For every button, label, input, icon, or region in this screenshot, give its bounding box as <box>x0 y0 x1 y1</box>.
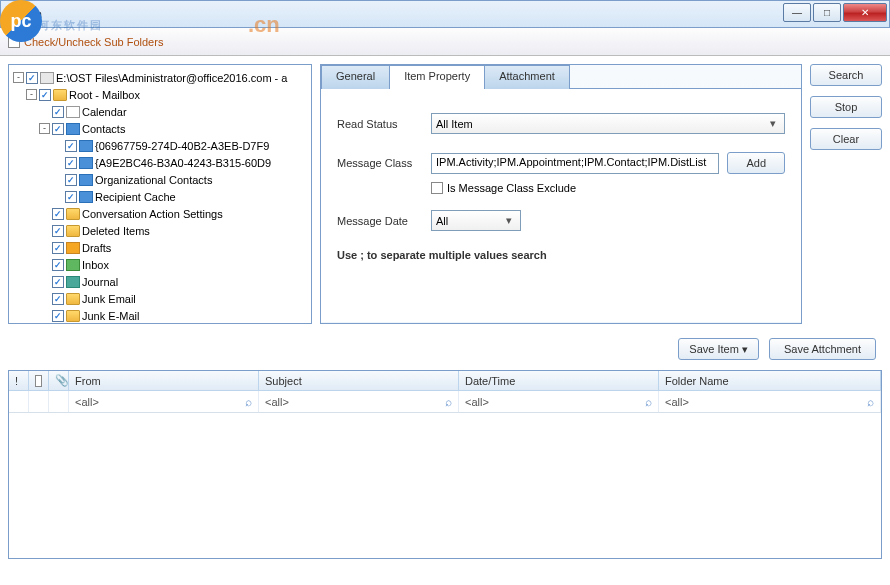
tree-label: Drafts <box>82 242 111 254</box>
tree-item[interactable]: ✓Calendar <box>13 103 307 120</box>
tree-checkbox[interactable]: ✓ <box>65 140 77 152</box>
tree-item[interactable]: ✓{06967759-274D-40B2-A3EB-D7F9 <box>13 137 307 154</box>
tree-label: Junk E-Mail <box>82 310 139 322</box>
results-grid[interactable]: ! 📎 From Subject Date/Time Folder Name <… <box>8 370 882 559</box>
check-uncheck-checkbox[interactable] <box>8 36 20 48</box>
tree-item[interactable]: ✓Junk E-Mail <box>13 307 307 324</box>
message-date-combo[interactable]: All ▾ <box>431 210 521 231</box>
chevron-down-icon: ▾ <box>742 343 748 356</box>
tree-checkbox[interactable]: ✓ <box>65 191 77 203</box>
tree-item[interactable]: ✓Recipient Cache <box>13 188 307 205</box>
col-from[interactable]: From <box>69 371 259 390</box>
tree-checkbox[interactable]: ✓ <box>52 123 64 135</box>
chevron-down-icon: ▾ <box>501 214 516 227</box>
folder-icon <box>66 259 80 271</box>
save-item-button[interactable]: Save Item ▾ <box>678 338 759 360</box>
tree-item[interactable]: ✓Deleted Items <box>13 222 307 239</box>
tab-attachment[interactable]: Attachment <box>484 65 570 89</box>
folder-icon <box>40 72 54 84</box>
read-status-label: Read Status <box>337 118 431 130</box>
col-attachment[interactable]: 📎 <box>49 371 69 390</box>
tree-checkbox[interactable]: ✓ <box>26 72 38 84</box>
filter-importance[interactable] <box>9 391 29 412</box>
tree-item[interactable]: ✓Organizational Contacts <box>13 171 307 188</box>
folder-icon <box>66 225 80 237</box>
tree-label: Recipient Cache <box>95 191 176 203</box>
tree-checkbox[interactable]: ✓ <box>65 174 77 186</box>
folder-tree[interactable]: -✓E:\OST Files\Administrator@office2016.… <box>8 64 312 324</box>
tree-label: Junk Email <box>82 293 136 305</box>
tree-item[interactable]: ✓{A9E2BC46-B3A0-4243-B315-60D9 <box>13 154 307 171</box>
folder-icon <box>79 174 93 186</box>
tree-item[interactable]: -✓Contacts <box>13 120 307 137</box>
close-button[interactable]: ✕ <box>843 3 887 22</box>
exclude-label: Is Message Class Exclude <box>447 182 576 194</box>
tree-label: {06967759-274D-40B2-A3EB-D7F9 <box>95 140 269 152</box>
col-date[interactable]: Date/Time <box>459 371 659 390</box>
tree-item[interactable]: -✓E:\OST Files\Administrator@office2016.… <box>13 69 307 86</box>
search-button[interactable]: Search <box>810 64 882 86</box>
titlebar: Search — □ ✕ <box>0 0 890 28</box>
tree-label: Deleted Items <box>82 225 150 237</box>
tab-item-property[interactable]: Item Property <box>389 65 485 89</box>
tree-item[interactable]: ✓Journal <box>13 273 307 290</box>
col-folder[interactable]: Folder Name <box>659 371 881 390</box>
col-importance[interactable]: ! <box>9 371 29 390</box>
filter-attach[interactable] <box>49 391 69 412</box>
tree-checkbox[interactable]: ✓ <box>52 259 64 271</box>
tree-checkbox[interactable]: ✓ <box>52 106 64 118</box>
document-icon <box>35 375 42 387</box>
tree-label: Calendar <box>82 106 127 118</box>
folder-icon <box>66 310 80 322</box>
read-status-combo[interactable]: All Item ▾ <box>431 113 785 134</box>
folder-icon <box>66 208 80 220</box>
folder-icon <box>79 191 93 203</box>
folder-icon <box>53 89 67 101</box>
tree-checkbox[interactable]: ✓ <box>65 157 77 169</box>
tree-checkbox[interactable]: ✓ <box>52 276 64 288</box>
tree-checkbox[interactable]: ✓ <box>39 89 51 101</box>
clear-button[interactable]: Clear <box>810 128 882 150</box>
filter-subject[interactable]: <all>⌕ <box>259 391 459 412</box>
tree-item[interactable]: ✓Drafts <box>13 239 307 256</box>
tree-checkbox[interactable]: ✓ <box>52 242 64 254</box>
tree-checkbox[interactable]: ✓ <box>52 208 64 220</box>
message-date-label: Message Date <box>337 215 431 227</box>
exclude-checkbox[interactable] <box>431 182 443 194</box>
filter-doc[interactable] <box>29 391 49 412</box>
expander-icon[interactable]: - <box>39 123 50 134</box>
tree-checkbox[interactable]: ✓ <box>52 293 64 305</box>
filter-from[interactable]: <all>⌕ <box>69 391 259 412</box>
stop-button[interactable]: Stop <box>810 96 882 118</box>
window-title: Search <box>7 8 42 20</box>
tab-general[interactable]: General <box>321 65 390 89</box>
paperclip-icon: 📎 <box>55 374 69 387</box>
maximize-button[interactable]: □ <box>813 3 841 22</box>
tree-item[interactable]: ✓Inbox <box>13 256 307 273</box>
filter-folder[interactable]: <all>⌕ <box>659 391 881 412</box>
expander-icon[interactable]: - <box>26 89 37 100</box>
expander-icon[interactable]: - <box>13 72 24 83</box>
tree-checkbox[interactable]: ✓ <box>52 310 64 322</box>
tree-label: Organizational Contacts <box>95 174 212 186</box>
tree-item[interactable]: -✓Root - Mailbox <box>13 86 307 103</box>
search-panel: General Item Property Attachment Read St… <box>320 64 802 324</box>
minimize-button[interactable]: — <box>783 3 811 22</box>
col-doc[interactable] <box>29 371 49 390</box>
search-icon: ⌕ <box>445 395 452 409</box>
tree-label: Root - Mailbox <box>69 89 140 101</box>
col-subject[interactable]: Subject <box>259 371 459 390</box>
search-icon: ⌕ <box>245 395 252 409</box>
filter-date[interactable]: <all>⌕ <box>459 391 659 412</box>
save-attachment-button[interactable]: Save Attchment <box>769 338 876 360</box>
search-icon: ⌕ <box>645 395 652 409</box>
add-button[interactable]: Add <box>727 152 785 174</box>
tree-item[interactable]: ✓Junk Email <box>13 290 307 307</box>
folder-icon <box>66 242 80 254</box>
tree-label: Contacts <box>82 123 125 135</box>
tree-item[interactable]: ✓Conversation Action Settings <box>13 205 307 222</box>
message-class-input[interactable]: IPM.Activity;IPM.Appointment;IPM.Contact… <box>431 153 719 174</box>
tree-checkbox[interactable]: ✓ <box>52 225 64 237</box>
tree-label: Conversation Action Settings <box>82 208 223 220</box>
check-uncheck-label: Check/Uncheck Sub Folders <box>24 36 163 48</box>
